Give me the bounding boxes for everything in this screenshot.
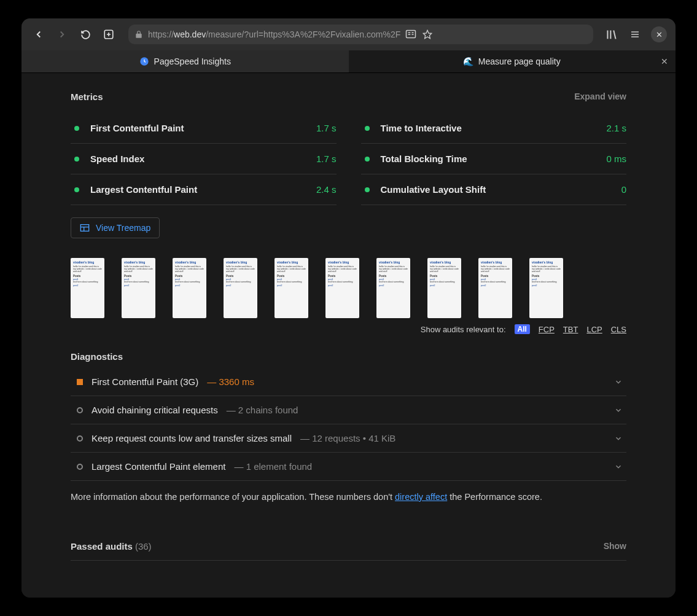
metric-tti: Time to Interactive 2.1 s xyxy=(361,113,627,144)
passed-audits-label: Passed audits(36) xyxy=(71,541,152,552)
status-dot-icon xyxy=(74,187,79,192)
diag-detail: — 2 chains found xyxy=(227,405,298,415)
menu-icon[interactable] xyxy=(628,27,642,42)
chevron-down-icon xyxy=(614,406,623,415)
filmstrip-frame[interactable]: vixalien's bloghello i'm vixalien and th… xyxy=(173,258,206,318)
webdev-favicon: 🌊 xyxy=(464,57,473,66)
filter-cls[interactable]: CLS xyxy=(611,325,626,334)
new-tab-button[interactable] xyxy=(100,26,117,43)
filmstrip-frame[interactable]: vixalien's bloghello i'm vixalien and th… xyxy=(427,258,461,318)
metric-value: 0 xyxy=(621,184,626,195)
show-passed-link[interactable]: Show xyxy=(604,541,626,552)
metric-tbt: Total Blocking Time 0 ms xyxy=(361,144,627,174)
metric-label: Largest Contentful Paint xyxy=(90,184,316,195)
browser-toolbar: https://web.dev/measure/?url=https%3A%2F… xyxy=(21,18,676,50)
expand-view-link[interactable]: Expand view xyxy=(574,92,626,102)
nav-back-button[interactable] xyxy=(30,26,47,43)
warn-marker-icon xyxy=(77,379,83,385)
filmstrip-frame[interactable]: vixalien's bloghello i'm vixalien and th… xyxy=(376,258,410,318)
status-dot-icon xyxy=(365,126,370,131)
metric-lcp: Largest Contentful Paint 2.4 s xyxy=(71,174,337,205)
lock-icon xyxy=(134,30,143,39)
diag-detail: — 3360 ms xyxy=(207,376,254,387)
reader-mode-icon[interactable] xyxy=(405,29,416,39)
address-bar[interactable]: https://web.dev/measure/?url=https%3A%2F… xyxy=(128,25,593,44)
metric-fcp: First Contentful Paint 1.7 s xyxy=(71,113,337,144)
diag-fcp-3g[interactable]: First Contentful Paint (3G) — 3360 ms xyxy=(71,368,626,396)
diag-detail: — 1 element found xyxy=(234,461,312,472)
diag-label: Keep request counts low and transfer siz… xyxy=(92,433,292,443)
metric-label: Total Blocking Time xyxy=(381,154,607,164)
chevron-down-icon xyxy=(614,378,623,386)
page-content: Metrics Expand view First Contentful Pai… xyxy=(21,73,676,598)
filter-tbt[interactable]: TBT xyxy=(563,325,578,334)
diag-label: First Contentful Paint (3G) xyxy=(92,376,198,387)
metric-cls: Cumulative Layout Shift 0 xyxy=(361,174,627,205)
metric-label: Cumulative Layout Shift xyxy=(381,184,621,195)
diag-detail: — 12 requests • 41 KiB xyxy=(300,433,395,443)
svg-rect-16 xyxy=(80,225,88,232)
svg-rect-3 xyxy=(407,31,416,38)
tabs-row: PageSpeed Insights 🌊 Measure page qualit… xyxy=(21,50,676,73)
diagnostics-list: First Contentful Paint (3G) — 3360 ms Av… xyxy=(71,368,626,481)
filter-fcp[interactable]: FCP xyxy=(539,325,555,334)
filter-label: Show audits relevant to: xyxy=(421,325,506,334)
treemap-icon xyxy=(80,224,90,232)
directly-affect-link[interactable]: directly affect xyxy=(395,492,447,502)
metric-value: 0 ms xyxy=(606,154,626,164)
tab-label: Measure page quality xyxy=(478,57,561,66)
info-marker-icon xyxy=(77,435,83,442)
metric-value: 1.7 s xyxy=(316,154,337,164)
filmstrip-frame[interactable]: vixalien's bloghello i'm vixalien and th… xyxy=(325,258,359,318)
metrics-title: Metrics xyxy=(71,92,103,102)
tab-close-button[interactable]: ✕ xyxy=(661,57,668,66)
diagnostics-info-text: More information about the performance o… xyxy=(71,491,626,504)
filmstrip-frame[interactable]: vixalien's bloghello i'm vixalien and th… xyxy=(122,258,155,318)
status-dot-icon xyxy=(365,157,370,162)
diag-chaining[interactable]: Avoid chaining critical requests — 2 cha… xyxy=(71,396,626,424)
status-dot-icon xyxy=(365,187,370,192)
pagespeed-favicon xyxy=(139,57,149,66)
status-dot-icon xyxy=(74,157,79,162)
svg-marker-8 xyxy=(424,30,432,38)
browser-window: https://web.dev/measure/?url=https%3A%2F… xyxy=(21,18,676,598)
metric-label: First Contentful Paint xyxy=(90,123,316,133)
diag-label: Largest Contentful Paint element xyxy=(92,461,225,472)
filmstrip-frame[interactable]: vixalien's bloghello i'm vixalien and th… xyxy=(529,258,563,318)
tab-pagespeed[interactable]: PageSpeed Insights xyxy=(21,50,349,72)
bookmark-star-icon[interactable] xyxy=(422,29,432,39)
tab-measure[interactable]: 🌊 Measure page quality ✕ xyxy=(349,50,676,72)
filter-all-badge[interactable]: All xyxy=(515,324,530,334)
library-icon[interactable] xyxy=(604,27,619,42)
metrics-grid: First Contentful Paint 1.7 s Time to Int… xyxy=(71,113,626,205)
treemap-label: View Treemap xyxy=(96,223,150,233)
window-close-button[interactable]: ✕ xyxy=(651,26,667,42)
svg-line-11 xyxy=(613,30,615,39)
passed-audits-row[interactable]: Passed audits(36) Show xyxy=(71,541,626,561)
diag-lcp-element[interactable]: Largest Contentful Paint element — 1 ele… xyxy=(71,453,626,481)
status-dot-icon xyxy=(74,126,79,131)
filmstrip-frame[interactable]: vixalien's bloghello i'm vixalien and th… xyxy=(478,258,512,318)
chevron-down-icon xyxy=(614,434,623,443)
diag-label: Avoid chaining critical requests xyxy=(92,405,218,415)
diag-requests[interactable]: Keep request counts low and transfer siz… xyxy=(71,424,626,453)
metric-label: Speed Index xyxy=(90,154,316,164)
audits-filter: Show audits relevant to: All FCP TBT LCP… xyxy=(71,324,626,334)
filter-lcp[interactable]: LCP xyxy=(586,325,602,334)
filmstrip-frame[interactable]: vixalien's bloghello i'm vixalien and th… xyxy=(71,258,104,318)
metric-label: Time to Interactive xyxy=(381,123,607,133)
filmstrip-frame[interactable]: vixalien's bloghello i'm vixalien and th… xyxy=(275,258,308,318)
view-treemap-button[interactable]: View Treemap xyxy=(71,217,160,238)
info-marker-icon xyxy=(77,407,83,413)
chevron-down-icon xyxy=(614,462,623,471)
info-marker-icon xyxy=(77,464,83,470)
metric-value: 2.4 s xyxy=(316,184,337,195)
filmstrip: vixalien's bloghello i'm vixalien and th… xyxy=(71,258,626,318)
metric-value: 2.1 s xyxy=(606,123,626,133)
reload-button[interactable] xyxy=(77,26,94,43)
url-text: https://web.dev/measure/?url=https%3A%2F… xyxy=(148,29,400,39)
metric-value: 1.7 s xyxy=(316,123,337,133)
diagnostics-title: Diagnostics xyxy=(71,351,626,362)
nav-forward-button[interactable] xyxy=(53,26,71,43)
filmstrip-frame[interactable]: vixalien's bloghello i'm vixalien and th… xyxy=(224,258,257,318)
